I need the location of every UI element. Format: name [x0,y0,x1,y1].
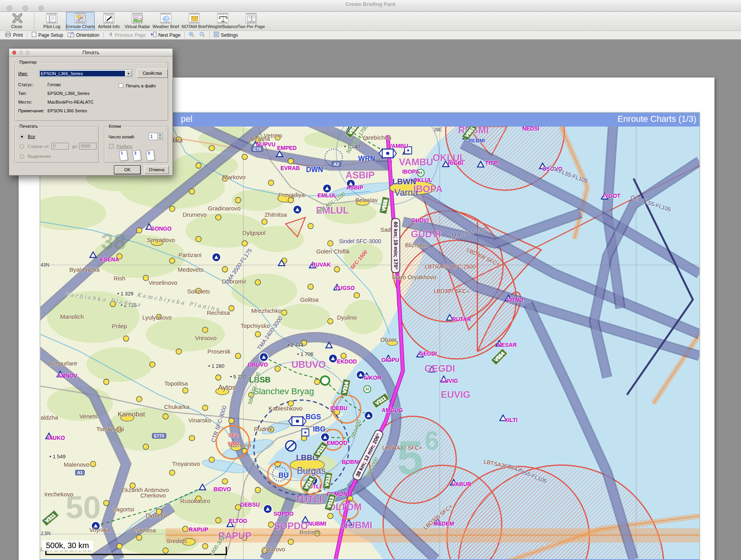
toolbar-item-label: Pilot Log [44,24,61,29]
toolbar-item-enroute-charts[interactable]: Enroute Charts [66,12,95,30]
copies-caption: Копии [108,124,122,129]
copies-stepper[interactable]: 1 ▲▼ [149,133,163,140]
map-label-dyulevo: Dyulevo [146,512,167,518]
map-label-provadiya: Provadiya [278,191,305,198]
map-label-tutli: TUTLI [295,494,322,505]
pilot-log-icon [46,13,57,23]
road-badge-a1: A1 [75,470,85,475]
map-label-bistrets: Bistrets [299,529,319,535]
collate-page3-icon: 3 [146,150,155,161]
enroute-charts-icon [75,13,86,23]
map-label-titpi: TITPI [485,160,498,166]
toolbar-item-weight-balance[interactable]: Weight/Balance [208,12,237,30]
toolbar2-item-zoom-in[interactable] [186,31,197,39]
toolbar2-item-settings[interactable]: Settings [211,31,240,39]
map-label-ivkor: IVKOR [364,375,381,381]
map-label-eltog: ELTOG [229,518,247,524]
dialog-close-icon[interactable] [12,51,16,55]
map-label-prilep: Prilep [112,323,127,329]
toolbar-item-airfield-info[interactable]: Airfield Info [95,12,123,30]
print-selection-radio [20,154,24,159]
map-label-tserkovski: Tserkovski [97,425,124,432]
toolbar2-item-label: Orientation [76,32,99,38]
map-label-xilti: XILTI [504,417,517,423]
toolbar-item-label: Weather Brief [152,24,179,29]
map-label-prosenik: Prosenik [207,348,230,354]
printer-select[interactable]: EPSON_L366_Series ▼ [40,70,133,77]
map-label-sokolets: Sokolets [187,288,210,294]
window-titlebar: Create Briefing Pack [0,0,741,12]
map-label-rebmi: REBMI [468,138,485,144]
properties-button[interactable]: Свойства [137,69,168,78]
svg-text:H: H [366,387,369,392]
map-label-obzor: Obzor [380,336,396,343]
print-range-group: Печатать Все Страни от: 0 до: 9999 Выдел… [15,126,99,163]
map-label-nesar: NESAR [497,342,517,348]
toolbar-item-notam-brief[interactable]: NOTAM Brief [180,12,208,30]
toolbar2-separator [103,32,104,38]
toolbar-item-label: Close [11,24,22,29]
toolbar-item-weather-brief[interactable]: Weather Brief [152,12,180,30]
zoom-in-icon [189,32,195,38]
graticule-digit-50: 50 [66,489,101,526]
graticule-digit-6: 6 [425,426,439,456]
map-label-slanchev-bryag: Slanchev Bryag [253,386,314,397]
window-title: Create Briefing Pack [0,1,741,7]
airfield-info-icon [103,13,114,23]
toolbar-item-pilot-log[interactable]: Pilot Log [38,12,66,30]
toolbar2-item-page-setup[interactable]: Page Setup [29,31,66,39]
map-label-lbtra72-sfc-2500: LBTRA72 SFC-2500 [425,263,476,270]
toolbar2-item-print[interactable]: Print [2,31,25,39]
ok-button[interactable]: OK [114,166,140,174]
dialog-zoom-icon [26,51,30,55]
print-dialog-title: Печать [82,49,99,55]
toolbar-item-close[interactable]: Close [2,12,31,30]
map-label-markovo: Markovo [223,173,246,180]
map-label-gigpu: GIGPU [381,357,399,363]
stepper-arrows-icon[interactable]: ▲▼ [157,133,163,140]
map-label-straldzha: Straldzha [40,414,58,421]
print-pages-radio [20,144,24,149]
map-label-vambu: VAMBU [388,143,408,149]
toolbar2-separator [27,32,27,38]
toolbar-item-two-per-page[interactable]: Two Per Page [237,12,265,30]
toolbar-item-virtual-radar[interactable]: Virtual Radar [123,12,152,30]
printer-group-caption: Принтер [18,60,38,64]
road-badge-a2: A2 [332,161,341,167]
map-label-28e: 28E [434,127,442,132]
copies-group: Копии Число копий: 1 ▲▼ Разбить 1 2 3 [104,126,168,163]
map-label-5-220: 5 220 [230,374,246,380]
map-label-idebu: IDEBU [330,405,348,411]
map-label-gongo: GONGO [150,225,172,232]
comment-value: EPSON L366 Series [47,108,87,113]
main-toolbar: ClosePilot LogEnroute ChartsAirfield Inf… [0,12,741,31]
map-label-sopdo: SOPDO [273,511,294,517]
map-label-5000: 5000 [228,440,239,446]
print-to-file-checkbox[interactable] [119,83,123,88]
map-label-malenovo: Malenovo [64,461,89,468]
enroute-chart-map[interactable]: HH 500k, 30 km NUPVUEMPEDEVRABVAMBUNEDSI… [40,127,699,559]
map-label-golitsa: Golitsa [300,296,318,303]
map-label-burgas: Burgas [297,465,326,476]
toolbar2-item-orientation[interactable]: Orientation [65,31,102,39]
map-label-rudnik: Rudnik [254,425,273,432]
collate-label: Разбить [116,144,133,149]
map-label-mrezhichko: Mrezhichko [251,307,282,314]
virtual-radar-icon [132,13,143,23]
map-label-vambu: VAMBU [399,157,433,168]
toolbar2-item-next-page[interactable]: Next Page [148,31,183,39]
toolbar2-item-zoom-out[interactable] [197,31,208,39]
map-label-sitno: SITNO [506,297,523,303]
map-label-vresovo: Vresovo [195,334,216,341]
map-label-varna: Varna [394,187,418,198]
cancel-button[interactable]: Отмена [144,166,169,174]
collate-checkbox [109,144,114,148]
map-scale-label: 500k, 30 km [42,541,93,551]
map-label-voynika: Voynika [89,526,110,533]
dropdown-arrow-icon[interactable]: ▼ [125,70,132,76]
map-label-dylgopol: Dylgopol [243,229,265,236]
print-pages-label: Страни [28,144,42,149]
map-label-ubuvo: UBUVO [248,361,268,368]
print-all-radio[interactable] [20,134,24,139]
collate-page1-icon: 1 [119,150,128,161]
